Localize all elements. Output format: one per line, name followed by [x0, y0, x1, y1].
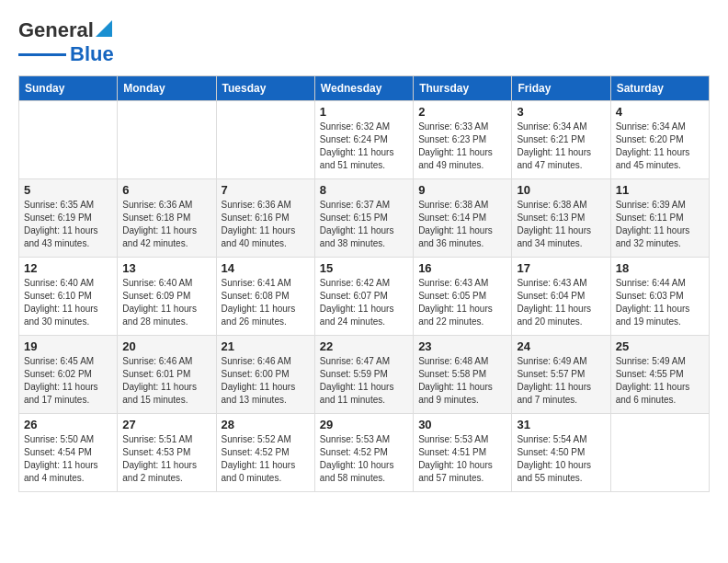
day-info: Sunrise: 5:49 AM Sunset: 4:55 PM Dayligh… — [616, 355, 704, 407]
calendar-cell — [19, 101, 118, 179]
day-info: Sunrise: 6:38 AM Sunset: 6:14 PM Dayligh… — [418, 199, 506, 250]
day-info: Sunrise: 6:46 AM Sunset: 6:01 PM Dayligh… — [122, 355, 210, 407]
day-info: Sunrise: 5:52 AM Sunset: 4:52 PM Dayligh… — [222, 433, 310, 485]
day-info: Sunrise: 6:33 AM Sunset: 6:23 PM Dayligh… — [418, 121, 506, 172]
weekday-saturday: Saturday — [610, 76, 709, 101]
logo: General Blue — [18, 18, 114, 66]
calendar-cell: 26Sunrise: 5:50 AM Sunset: 4:54 PM Dayli… — [19, 414, 118, 492]
day-info: Sunrise: 5:54 AM Sunset: 4:50 PM Dayligh… — [517, 433, 605, 485]
day-number: 10 — [517, 183, 605, 197]
day-number: 16 — [418, 261, 506, 275]
week-row-1: 1Sunrise: 6:32 AM Sunset: 6:24 PM Daylig… — [19, 101, 710, 179]
calendar-cell: 13Sunrise: 6:40 AM Sunset: 6:09 PM Dayli… — [118, 258, 216, 336]
day-info: Sunrise: 6:48 AM Sunset: 5:58 PM Dayligh… — [418, 355, 506, 407]
day-info: Sunrise: 6:34 AM Sunset: 6:20 PM Dayligh… — [616, 121, 704, 172]
day-number: 2 — [418, 105, 506, 119]
calendar-cell: 27Sunrise: 5:51 AM Sunset: 4:53 PM Dayli… — [118, 414, 216, 492]
calendar-cell — [610, 414, 709, 492]
day-number: 20 — [122, 339, 210, 353]
calendar-table: SundayMondayTuesdayWednesdayThursdayFrid… — [18, 75, 710, 492]
week-row-4: 19Sunrise: 6:45 AM Sunset: 6:02 PM Dayli… — [19, 336, 710, 414]
day-number: 30 — [418, 418, 506, 431]
calendar-cell: 14Sunrise: 6:41 AM Sunset: 6:08 PM Dayli… — [216, 258, 314, 336]
day-info: Sunrise: 6:45 AM Sunset: 6:02 PM Dayligh… — [24, 355, 112, 407]
week-row-2: 5Sunrise: 6:35 AM Sunset: 6:19 PM Daylig… — [19, 179, 710, 258]
calendar-cell: 28Sunrise: 5:52 AM Sunset: 4:52 PM Dayli… — [216, 414, 314, 492]
calendar-cell: 15Sunrise: 6:42 AM Sunset: 6:07 PM Dayli… — [314, 258, 413, 336]
day-number: 12 — [24, 261, 112, 275]
logo-arrow-icon — [96, 20, 112, 37]
day-number: 9 — [418, 183, 506, 197]
day-number: 15 — [320, 261, 408, 275]
logo-underline — [18, 53, 66, 56]
day-info: Sunrise: 6:42 AM Sunset: 6:07 PM Dayligh… — [320, 277, 408, 328]
calendar-cell: 3Sunrise: 6:34 AM Sunset: 6:21 PM Daylig… — [512, 101, 610, 179]
day-info: Sunrise: 6:43 AM Sunset: 6:04 PM Dayligh… — [517, 277, 605, 328]
calendar-cell: 30Sunrise: 5:53 AM Sunset: 4:51 PM Dayli… — [414, 414, 512, 492]
day-number: 27 — [122, 418, 210, 431]
day-number: 28 — [222, 418, 310, 431]
day-number: 18 — [616, 261, 704, 275]
day-number: 25 — [616, 339, 704, 353]
weekday-tuesday: Tuesday — [216, 76, 314, 101]
day-info: Sunrise: 6:36 AM Sunset: 6:16 PM Dayligh… — [222, 199, 310, 250]
calendar-cell: 10Sunrise: 6:38 AM Sunset: 6:13 PM Dayli… — [512, 179, 610, 258]
weekday-header-row: SundayMondayTuesdayWednesdayThursdayFrid… — [19, 76, 710, 101]
calendar-cell: 16Sunrise: 6:43 AM Sunset: 6:05 PM Dayli… — [414, 258, 512, 336]
day-number: 13 — [122, 261, 210, 275]
calendar-cell: 18Sunrise: 6:44 AM Sunset: 6:03 PM Dayli… — [610, 258, 709, 336]
weekday-thursday: Thursday — [414, 76, 512, 101]
calendar-cell: 29Sunrise: 5:53 AM Sunset: 4:52 PM Dayli… — [314, 414, 413, 492]
day-info: Sunrise: 6:49 AM Sunset: 5:57 PM Dayligh… — [517, 355, 605, 407]
calendar-cell: 11Sunrise: 6:39 AM Sunset: 6:11 PM Dayli… — [610, 179, 709, 258]
calendar-cell: 22Sunrise: 6:47 AM Sunset: 5:59 PM Dayli… — [314, 336, 413, 414]
day-number: 23 — [418, 339, 506, 353]
day-info: Sunrise: 6:38 AM Sunset: 6:13 PM Dayligh… — [517, 199, 605, 250]
calendar-cell — [216, 101, 314, 179]
day-info: Sunrise: 6:44 AM Sunset: 6:03 PM Dayligh… — [616, 277, 704, 328]
day-info: Sunrise: 6:40 AM Sunset: 6:09 PM Dayligh… — [122, 277, 210, 328]
weekday-friday: Friday — [512, 76, 610, 101]
day-info: Sunrise: 6:35 AM Sunset: 6:19 PM Dayligh… — [24, 199, 112, 250]
calendar-cell: 21Sunrise: 6:46 AM Sunset: 6:00 PM Dayli… — [216, 336, 314, 414]
logo-general: General — [18, 18, 94, 42]
day-number: 11 — [616, 183, 704, 197]
week-row-5: 26Sunrise: 5:50 AM Sunset: 4:54 PM Dayli… — [19, 414, 710, 492]
weekday-wednesday: Wednesday — [314, 76, 413, 101]
calendar-cell: 2Sunrise: 6:33 AM Sunset: 6:23 PM Daylig… — [414, 101, 512, 179]
calendar-cell: 7Sunrise: 6:36 AM Sunset: 6:16 PM Daylig… — [216, 179, 314, 258]
calendar-cell: 8Sunrise: 6:37 AM Sunset: 6:15 PM Daylig… — [314, 179, 413, 258]
day-number: 7 — [222, 183, 310, 197]
weekday-sunday: Sunday — [19, 76, 118, 101]
day-info: Sunrise: 6:47 AM Sunset: 5:59 PM Dayligh… — [320, 355, 408, 407]
day-info: Sunrise: 6:43 AM Sunset: 6:05 PM Dayligh… — [418, 277, 506, 328]
calendar-cell: 19Sunrise: 6:45 AM Sunset: 6:02 PM Dayli… — [19, 336, 118, 414]
calendar-cell: 17Sunrise: 6:43 AM Sunset: 6:04 PM Dayli… — [512, 258, 610, 336]
day-number: 14 — [222, 261, 310, 275]
day-number: 31 — [517, 418, 605, 431]
calendar-cell: 9Sunrise: 6:38 AM Sunset: 6:14 PM Daylig… — [414, 179, 512, 258]
day-info: Sunrise: 6:46 AM Sunset: 6:00 PM Dayligh… — [222, 355, 310, 407]
day-info: Sunrise: 5:51 AM Sunset: 4:53 PM Dayligh… — [122, 433, 210, 485]
day-number: 4 — [616, 105, 704, 119]
calendar-body: 1Sunrise: 6:32 AM Sunset: 6:24 PM Daylig… — [19, 101, 710, 492]
day-number: 1 — [320, 105, 408, 119]
svg-marker-0 — [96, 20, 112, 37]
calendar-cell: 12Sunrise: 6:40 AM Sunset: 6:10 PM Dayli… — [19, 258, 118, 336]
day-info: Sunrise: 6:40 AM Sunset: 6:10 PM Dayligh… — [24, 277, 112, 328]
day-info: Sunrise: 6:37 AM Sunset: 6:15 PM Dayligh… — [320, 199, 408, 250]
day-number: 21 — [222, 339, 310, 353]
calendar-cell: 1Sunrise: 6:32 AM Sunset: 6:24 PM Daylig… — [314, 101, 413, 179]
day-number: 26 — [24, 418, 112, 431]
week-row-3: 12Sunrise: 6:40 AM Sunset: 6:10 PM Dayli… — [19, 258, 710, 336]
calendar-cell: 20Sunrise: 6:46 AM Sunset: 6:01 PM Dayli… — [118, 336, 216, 414]
day-number: 22 — [320, 339, 408, 353]
day-number: 19 — [24, 339, 112, 353]
calendar-cell: 24Sunrise: 6:49 AM Sunset: 5:57 PM Dayli… — [512, 336, 610, 414]
day-number: 3 — [517, 105, 605, 119]
day-info: Sunrise: 5:53 AM Sunset: 4:51 PM Dayligh… — [418, 433, 506, 485]
day-number: 29 — [320, 418, 408, 431]
calendar-cell: 6Sunrise: 6:36 AM Sunset: 6:18 PM Daylig… — [118, 179, 216, 258]
day-info: Sunrise: 5:50 AM Sunset: 4:54 PM Dayligh… — [24, 433, 112, 485]
day-number: 6 — [122, 183, 210, 197]
